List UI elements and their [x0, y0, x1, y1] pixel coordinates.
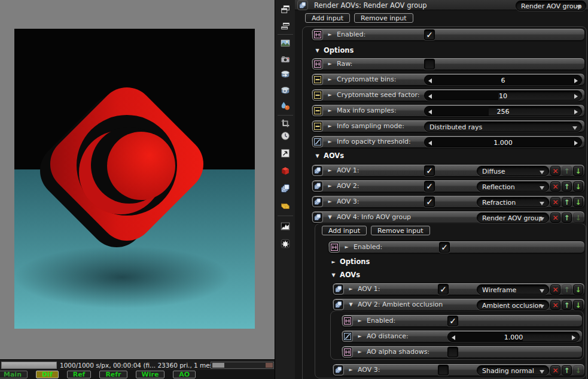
param-row-cryptomatte-seed[interactable]: ► Cryptomatte seed factor: 10 [311, 89, 585, 101]
aov-param-icon[interactable] [333, 284, 344, 295]
crop-frame-icon[interactable] [279, 117, 291, 130]
expand-arrow-icon[interactable]: ► [327, 199, 333, 204]
param-row-ao-alpha-shadows[interactable]: ► AO alpha shadows: [341, 345, 583, 358]
param-row-ao-distance[interactable]: ► AO distance: 1.000 [341, 330, 583, 342]
expand-arrow-icon[interactable]: ► [327, 139, 333, 144]
expand-arrow-icon[interactable]: ► [327, 123, 333, 129]
ao-enabled-checkbox[interactable]: ✓ [447, 316, 458, 326]
tab-reflection[interactable]: Ref [67, 371, 92, 378]
delete-button[interactable]: ✕ [550, 300, 560, 310]
slider-increment-icon[interactable] [574, 110, 578, 114]
raw-checkbox[interactable] [424, 59, 435, 69]
group-aov3-type-dropdown[interactable]: Shading normal [477, 365, 549, 375]
param-row-aov4-group[interactable]: ▼ AOV 4: Info AOV group Render AOV group… [311, 211, 585, 223]
param-row-aov3[interactable]: ► AOV 3: ✓ Refraction ✕ ↑ ↓ [311, 195, 585, 208]
cryptomatte-bins-slider[interactable]: 6 [424, 75, 582, 85]
materials-drop-icon[interactable] [279, 99, 291, 113]
move-up-button[interactable]: ↑ [562, 284, 572, 295]
aov-param-icon[interactable] [312, 165, 323, 176]
int-param-icon[interactable] [312, 121, 323, 132]
aov-param-icon[interactable] [312, 212, 323, 223]
section-aovs[interactable]: ▼ AOVs [315, 151, 344, 160]
slider-increment-icon[interactable] [574, 78, 578, 83]
expand-arrow-icon[interactable]: ► [327, 168, 333, 173]
collapse-arrow-icon[interactable]: ▼ [348, 302, 354, 307]
enabled-checkbox[interactable]: ✓ [424, 29, 435, 40]
section-group-aovs[interactable]: ▼ AOVs [331, 271, 360, 279]
move-up-button[interactable]: ↑ [562, 181, 572, 192]
expand-arrow-icon[interactable]: ► [327, 61, 333, 66]
tab-ambient-occlusion[interactable]: AO [173, 371, 196, 378]
histogram-icon[interactable] [279, 220, 291, 233]
image-icon[interactable] [279, 37, 291, 50]
delete-button[interactable]: ✕ [550, 197, 560, 207]
aov1-type-dropdown[interactable]: Diffuse [477, 166, 549, 176]
horizontal-scrollbar[interactable] [211, 362, 274, 369]
move-up-button[interactable]: ↑ [562, 365, 572, 375]
aov-group-node-icon[interactable] [297, 0, 308, 10]
param-row-cryptomatte-bins[interactable]: ► Cryptomatte bins: 6 [311, 73, 585, 86]
windows-icon[interactable] [279, 3, 291, 16]
remove-input-button[interactable]: Remove input [354, 13, 413, 23]
move-down-button[interactable]: ↓ [573, 284, 583, 295]
scrollbar-end-button[interactable] [266, 363, 273, 368]
group-aov2-type-dropdown[interactable]: Ambient occlusion [477, 300, 549, 310]
info-sampling-mode-dropdown[interactable]: Distributed rays [424, 122, 582, 132]
int-param-icon[interactable] [312, 90, 323, 101]
expand-arrow-icon[interactable]: ► [327, 77, 333, 82]
group-aov1-checkbox[interactable]: ✓ [438, 284, 449, 295]
slider-increment-icon[interactable] [574, 141, 578, 145]
move-up-button[interactable]: ↑ [562, 213, 572, 223]
aov4-type-dropdown[interactable]: Render AOV group [477, 213, 549, 223]
bool-param-icon[interactable] [342, 347, 353, 357]
delete-button[interactable]: ✕ [550, 166, 560, 176]
param-row-ao-enabled[interactable]: ► Enabled: ✓ [341, 314, 583, 327]
expand-arrow-icon[interactable]: ► [344, 244, 349, 250]
aov2-type-dropdown[interactable]: Reflection [477, 181, 549, 192]
param-row-raw[interactable]: ► Raw: [311, 57, 585, 70]
param-row-aov1[interactable]: ► AOV 1: ✓ Diffuse ✕ ↑ ↓ [311, 164, 585, 177]
group-aov3-checkbox[interactable] [438, 365, 449, 375]
bool-param-icon[interactable] [312, 29, 323, 40]
environment-cylinder-icon[interactable] [279, 68, 291, 81]
delete-button[interactable]: ✕ [550, 284, 560, 295]
add-input-button[interactable]: Add input [305, 13, 350, 23]
move-down-button[interactable]: ↓ [573, 365, 583, 375]
scrollbar-thumb[interactable] [212, 363, 224, 368]
expand-arrow-icon[interactable]: ► [327, 108, 333, 113]
node-type-dropdown[interactable]: Render AOV group [516, 1, 586, 11]
camera-icon[interactable] [279, 53, 291, 66]
param-row-info-sampling-mode[interactable]: ► Info sampling mode: Distributed rays [311, 120, 585, 132]
max-info-samples-slider[interactable]: 256 [424, 106, 582, 116]
aov-param-icon[interactable] [333, 365, 344, 375]
render-layers-icon[interactable] [279, 182, 291, 195]
aov3-type-dropdown[interactable]: Refraction [477, 197, 549, 207]
param-row-aov2[interactable]: ► AOV 2: ✓ Reflection ✕ ↑ ↓ [311, 180, 585, 192]
group-aov1-type-dropdown[interactable]: Wireframe [477, 284, 549, 295]
expand-arrow-icon[interactable]: ► [327, 92, 333, 98]
group-enabled-checkbox[interactable]: ✓ [439, 242, 450, 253]
tab-refraction[interactable]: Refr [99, 371, 127, 378]
collapse-arrow-icon[interactable]: ▼ [327, 214, 333, 220]
expand-arrow-icon[interactable]: ► [357, 333, 362, 339]
int-param-icon[interactable] [312, 105, 323, 116]
info-opacity-threshold-slider[interactable]: 1.000 [424, 137, 582, 147]
bool-param-icon[interactable] [342, 316, 353, 326]
render-cylinder-icon[interactable] [279, 84, 291, 97]
ao-alpha-shadows-checkbox[interactable] [447, 347, 458, 357]
delete-button[interactable]: ✕ [550, 213, 560, 223]
expand-arrow-icon[interactable]: ► [348, 367, 354, 372]
delete-button[interactable]: ✕ [550, 365, 560, 375]
slider-increment-icon[interactable] [574, 94, 578, 99]
pan-image-icon[interactable] [279, 147, 291, 160]
slider-increment-icon[interactable] [572, 335, 575, 340]
section-group-options[interactable]: ► Options [331, 257, 370, 266]
geometry-cube-icon[interactable] [279, 165, 291, 178]
aov1-checkbox[interactable]: ✓ [424, 165, 435, 176]
param-row-group-aov2[interactable]: ▼ AOV 2: Ambient occlusion Ambient occlu… [332, 298, 585, 311]
expand-arrow-icon[interactable]: ► [327, 183, 333, 189]
tab-diffuse[interactable]: Dif [36, 371, 59, 378]
float-param-icon[interactable] [342, 331, 353, 342]
move-up-button[interactable]: ↑ [562, 300, 572, 310]
aov-param-icon[interactable] [333, 299, 344, 310]
